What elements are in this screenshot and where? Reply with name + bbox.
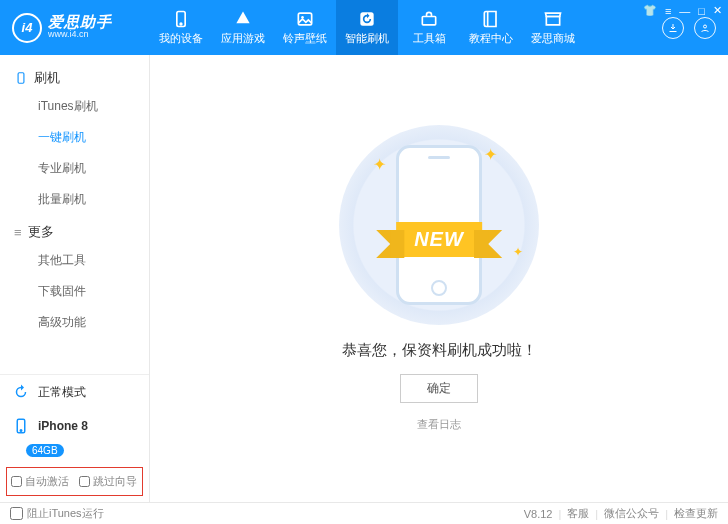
book-icon (481, 9, 501, 29)
version-label: V8.12 (524, 508, 553, 520)
mode-label: 正常模式 (38, 384, 86, 401)
new-ribbon: NEW (396, 222, 482, 257)
image-icon (295, 9, 315, 29)
apps-icon (233, 9, 253, 29)
nav-tutorials[interactable]: 教程中心 (460, 0, 522, 55)
sidebar-item-batch-flash[interactable]: 批量刷机 (0, 184, 149, 215)
ok-button[interactable]: 确定 (400, 374, 478, 403)
update-link[interactable]: 检查更新 (674, 506, 718, 521)
svg-point-9 (20, 430, 22, 432)
list-icon: ≡ (14, 225, 22, 240)
brand-name: 爱思助手 (48, 14, 112, 29)
device-mode[interactable]: 正常模式 (0, 375, 149, 409)
logo: i4 爱思助手 www.i4.cn (0, 0, 150, 55)
top-nav: 我的设备 应用游戏 铃声壁纸 智能刷机 工具箱 教程中心 爱思商城 (150, 0, 650, 55)
status-bar: 阻止iTunes运行 V8.12 | 客服 | 微信公众号 | 检查更新 (0, 502, 728, 524)
svg-rect-2 (298, 13, 311, 25)
refresh-icon (357, 9, 377, 29)
success-illustration: ✦ ✦ ✦ NEW (339, 125, 539, 325)
toolbox-icon (419, 9, 439, 29)
main-content: ✦ ✦ ✦ NEW 恭喜您，保资料刷机成功啦！ 确定 查看日志 (150, 55, 728, 502)
nav-flash[interactable]: 智能刷机 (336, 0, 398, 55)
nav-my-device[interactable]: 我的设备 (150, 0, 212, 55)
wechat-link[interactable]: 微信公众号 (604, 506, 659, 521)
nav-label: 教程中心 (469, 31, 513, 46)
sidebar-item-advanced[interactable]: 高级功能 (0, 307, 149, 338)
logo-icon: i4 (12, 13, 42, 43)
sparkle-icon: ✦ (373, 155, 386, 174)
checkbox-label: 阻止iTunes运行 (27, 506, 104, 521)
storage-badge: 64GB (26, 444, 64, 457)
sidebar-item-oneclick-flash[interactable]: 一键刷机 (0, 122, 149, 153)
sidebar-item-download-firmware[interactable]: 下载固件 (0, 276, 149, 307)
nav-label: 工具箱 (413, 31, 446, 46)
maximize-icon[interactable]: □ (698, 5, 705, 17)
sidebar-group-more: ≡ 更多 (0, 215, 149, 245)
device-icon (12, 417, 30, 435)
app-header: i4 爱思助手 www.i4.cn 我的设备 应用游戏 铃声壁纸 智能刷机 工具… (0, 0, 728, 55)
sidebar-item-pro-flash[interactable]: 专业刷机 (0, 153, 149, 184)
nav-label: 我的设备 (159, 31, 203, 46)
minimize-icon[interactable]: — (679, 5, 690, 17)
nav-tools[interactable]: 工具箱 (398, 0, 460, 55)
device-info[interactable]: iPhone 8 (0, 409, 149, 443)
sidebar-group-title: 更多 (28, 223, 54, 241)
sidebar-group-flash: 刷机 (0, 61, 149, 91)
refresh-small-icon (12, 383, 30, 401)
support-link[interactable]: 客服 (567, 506, 589, 521)
nav-ringtones[interactable]: 铃声壁纸 (274, 0, 336, 55)
success-message: 恭喜您，保资料刷机成功啦！ (342, 341, 537, 360)
sparkle-icon: ✦ (513, 245, 523, 259)
skin-icon[interactable]: 👕 (643, 4, 657, 17)
user-button[interactable] (694, 17, 716, 39)
nav-label: 智能刷机 (345, 31, 389, 46)
download-button[interactable] (662, 17, 684, 39)
svg-rect-5 (422, 17, 435, 25)
auto-activate-checkbox[interactable]: 自动激活 (11, 474, 69, 489)
svg-rect-7 (18, 73, 24, 84)
checkbox-label: 自动激活 (25, 474, 69, 489)
view-log-link[interactable]: 查看日志 (417, 417, 461, 432)
nav-label: 应用游戏 (221, 31, 265, 46)
window-controls: 👕 ≡ — □ ✕ (643, 4, 722, 17)
flash-options: 自动激活 跳过向导 (6, 467, 143, 496)
sidebar: 刷机 iTunes刷机 一键刷机 专业刷机 批量刷机 ≡ 更多 其他工具 下载固… (0, 55, 150, 502)
svg-point-6 (704, 25, 707, 28)
store-icon (543, 9, 563, 29)
sidebar-item-itunes-flash[interactable]: iTunes刷机 (0, 91, 149, 122)
nav-label: 爱思商城 (531, 31, 575, 46)
close-icon[interactable]: ✕ (713, 4, 722, 17)
brand-url: www.i4.cn (48, 29, 112, 41)
skip-guide-checkbox[interactable]: 跳过向导 (79, 474, 137, 489)
nav-store[interactable]: 爱思商城 (522, 0, 584, 55)
ribbon-text: NEW (396, 222, 482, 257)
sidebar-item-other-tools[interactable]: 其他工具 (0, 245, 149, 276)
nav-label: 铃声壁纸 (283, 31, 327, 46)
nav-apps[interactable]: 应用游戏 (212, 0, 274, 55)
device-name: iPhone 8 (38, 419, 88, 433)
menu-icon[interactable]: ≡ (665, 5, 671, 17)
sidebar-group-title: 刷机 (34, 69, 60, 87)
svg-point-1 (180, 23, 182, 25)
phone-small-icon (14, 71, 28, 85)
phone-icon (171, 9, 191, 29)
checkbox-label: 跳过向导 (93, 474, 137, 489)
block-itunes-checkbox[interactable]: 阻止iTunes运行 (10, 506, 104, 521)
sparkle-icon: ✦ (484, 145, 497, 164)
